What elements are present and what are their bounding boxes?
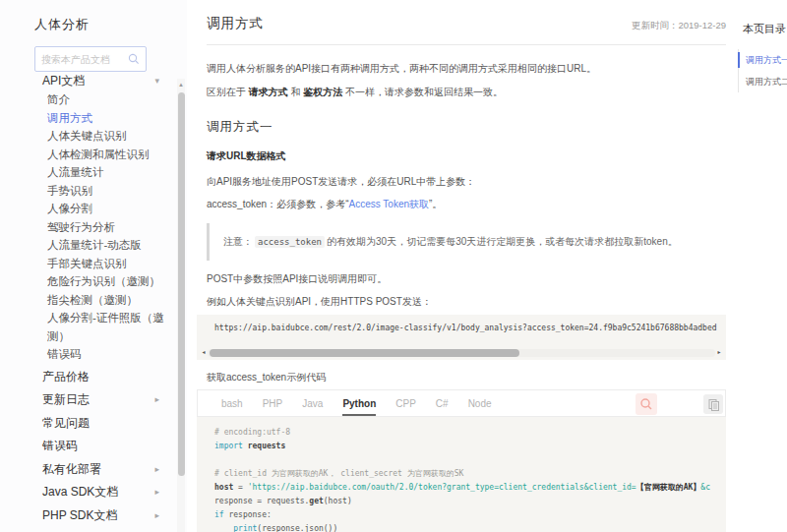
toc-list: 调用方式一 调用方式二 xyxy=(738,49,787,92)
code-method: get xyxy=(309,497,323,505)
sidebar-item-body-detection[interactable]: 人体检测和属性识别 xyxy=(47,146,165,164)
sidebar-item-portrait-segmentation[interactable]: 人像分割 xyxy=(47,200,165,218)
sidebar-item-error-codes[interactable]: 错误码 xyxy=(0,435,187,458)
tab-python[interactable]: Python xyxy=(342,390,376,416)
sidebar-item-hand-keypoints[interactable]: 手部关键点识别 xyxy=(47,255,165,273)
code-variable: response xyxy=(214,497,253,505)
code-line: # client_id 为官网获取的AK， client_secret 为官网获… xyxy=(214,467,726,481)
nav-label: PHP SDK文档 xyxy=(42,508,117,522)
text: 区别在于 xyxy=(207,87,249,97)
scroll-up-icon[interactable]: ▲ xyxy=(177,79,185,90)
text: 不一样，请求参数和返回结果一致。 xyxy=(342,87,503,97)
code-sample-block: bash PHP Java Python CPP C# Node xyxy=(197,389,726,532)
paragraph-access-token: access_token：必须参数，参考“Access Token获取”。 xyxy=(207,198,726,211)
tab-java[interactable]: Java xyxy=(302,390,323,416)
docs-page: 人体分析 API文档 ▾ 简介 调用方式 人体关键点识别 人体检测和属性识别 人… xyxy=(0,0,787,532)
sidebar-item-id-photo-segmentation[interactable]: 人像分割-证件照版（邀测） xyxy=(47,309,165,345)
horizontal-scrollbar-thumb[interactable] xyxy=(210,349,519,357)
chevron-right-icon[interactable]: ▸ xyxy=(154,388,159,412)
sidebar-item-error-codes-sub[interactable]: 错误码 xyxy=(47,345,165,364)
intro-paragraph-1: 调用人体分析服务的API接口有两种调用方式，两种不同的调用方式采用相同的接口UR… xyxy=(207,62,726,76)
sidebar-item-fingertip-detection[interactable]: 指尖检测（邀测） xyxy=(47,291,165,310)
code-args: (host) xyxy=(324,497,352,505)
nav-label: API文档 xyxy=(42,74,85,88)
access-token-link[interactable]: Access Token获取 xyxy=(348,199,429,209)
sidebar-item-crowd-count[interactable]: 人流量统计 xyxy=(47,163,165,182)
tab-csharp[interactable]: C# xyxy=(436,390,449,416)
code-operator: = xyxy=(253,497,267,505)
sidebar-item-api-docs[interactable]: API文档 ▾ xyxy=(0,72,187,89)
text: ”。 xyxy=(429,199,442,209)
code-module: requests xyxy=(243,442,285,450)
code-comment: # client_id 为官网获取的AK， client_secret 为官网获… xyxy=(214,469,463,478)
intro-paragraph-2: 区别在于 请求方式 和 鉴权方法 不一样，请求参数和返回结果一致。 xyxy=(207,86,726,99)
product-title: 人体分析 xyxy=(34,16,187,33)
sidebar-nav: API文档 ▾ 简介 调用方式 人体关键点识别 人体检测和属性识别 人流量统计 … xyxy=(0,72,187,527)
page-title: 调用方式 xyxy=(207,15,264,32)
code-blank-line xyxy=(214,453,726,467)
nav-label: 私有化部署 xyxy=(42,462,101,476)
tab-cpp[interactable]: CPP xyxy=(395,390,416,416)
code-keyword: import xyxy=(214,442,243,450)
code-variable: host xyxy=(214,483,233,492)
copy-icon[interactable] xyxy=(703,394,723,414)
code-comment: # encoding:utf-8 xyxy=(214,428,290,437)
main-content: 调用方式 更新时间：2019-12-29 调用人体分析服务的API接口有两种调用… xyxy=(187,0,736,532)
subsection-title-url-format: 请求URL数据格式 xyxy=(207,149,726,163)
note-label: 注意： xyxy=(223,236,253,247)
tab-bash[interactable]: bash xyxy=(221,390,243,416)
paragraph-sample-code: 获取access_token示例代码 xyxy=(207,371,726,384)
sidebar-item-crowd-count-dynamic[interactable]: 人流量统计-动态版 xyxy=(47,236,165,255)
bold-auth-method: 鉴权方法 xyxy=(303,87,342,97)
page-toc: 本页目录 调用方式一 调用方式二 xyxy=(738,0,787,92)
note-text: 的有效期为30天，切记需要每30天进行定期更换，或者每次请求都拉取新token。 xyxy=(327,236,678,247)
sidebar-item-faq[interactable]: 常见问题 xyxy=(0,412,187,436)
sidebar: 人体分析 API文档 ▾ 简介 调用方式 人体关键点识别 人体检测和属性识别 人… xyxy=(0,0,187,532)
text: 和 xyxy=(288,87,304,97)
code-string: 'https://aip.baidubce.com/oauth/2.0/toke… xyxy=(248,483,636,492)
toc-item-method-2[interactable]: 调用方式二 xyxy=(739,71,787,92)
toc-item-method-1[interactable]: 调用方式一 xyxy=(739,49,787,71)
sidebar-item-invocation-method[interactable]: 调用方式 xyxy=(47,109,165,128)
nav-label: 常见问题 xyxy=(42,416,90,430)
sidebar-scrollbar-thumb[interactable] xyxy=(178,92,185,476)
chevron-right-icon[interactable]: ▸ xyxy=(154,481,159,504)
bold-request-method: 请求方式 xyxy=(249,87,288,97)
code-args: (response.json()) xyxy=(257,524,337,532)
code-line: import requests xyxy=(214,440,726,453)
nav-label: 产品价格 xyxy=(42,370,90,384)
python-code-area: # encoding:utf-8 import requests # clien… xyxy=(197,417,726,532)
sidebar-item-java-sdk[interactable]: Java SDK文档 ▸ xyxy=(0,481,187,504)
sidebar-item-private-deployment[interactable]: 私有化部署 ▸ xyxy=(0,458,187,482)
section-title-method-1: 调用方式一 xyxy=(207,119,726,136)
sidebar-item-changelog[interactable]: 更新日志 ▸ xyxy=(0,388,187,412)
tab-node[interactable]: Node xyxy=(468,390,492,416)
toc-title: 本页目录 xyxy=(738,22,787,36)
sidebar-item-pricing[interactable]: 产品价格 xyxy=(0,366,187,389)
sidebar-item-body-keypoints[interactable]: 人体关键点识别 xyxy=(47,127,165,146)
sidebar-item-intro[interactable]: 简介 xyxy=(47,90,165,109)
paragraph-post-params: POST中参数按照API接口说明调用即可。 xyxy=(207,272,726,286)
sidebar-scrollbar[interactable]: ▲ xyxy=(177,79,185,532)
chevron-right-icon[interactable]: ▸ xyxy=(154,458,159,482)
horizontal-scrollbar[interactable]: ◂ ▸ xyxy=(200,348,723,357)
chevron-down-icon[interactable]: ▾ xyxy=(154,72,159,89)
code-string-placeholder: 【官网获取的AK】 xyxy=(636,483,701,492)
api-doc-sublist: 简介 调用方式 人体关键点识别 人体检测和属性识别 人流量统计 手势识别 人像分… xyxy=(0,90,187,364)
chevron-right-icon[interactable]: ▸ xyxy=(154,504,159,528)
sidebar-item-gesture[interactable]: 手势识别 xyxy=(47,182,165,201)
note-block: 注意：access_token的有效期为30天，切记需要每30天进行定期更换，或… xyxy=(207,223,726,261)
search-box[interactable] xyxy=(34,46,147,72)
code-line: # encoding:utf-8 xyxy=(214,426,726,440)
search-input[interactable] xyxy=(41,54,122,65)
sidebar-item-dangerous-behavior[interactable]: 危险行为识别（邀测） xyxy=(47,272,165,291)
sidebar-item-driving-behavior[interactable]: 驾驶行为分析 xyxy=(47,218,165,237)
search-icon[interactable] xyxy=(128,53,140,65)
tab-php[interactable]: PHP xyxy=(263,390,283,416)
sidebar-item-php-sdk[interactable]: PHP SDK文档 ▸ xyxy=(0,504,187,528)
inline-code-access-token: access_token xyxy=(255,236,325,248)
horizontal-scrollbar-track[interactable] xyxy=(208,349,715,357)
zoom-icon[interactable] xyxy=(636,393,657,415)
scroll-right-icon[interactable]: ▸ xyxy=(715,348,723,357)
scroll-left-icon[interactable]: ◂ xyxy=(200,348,208,357)
